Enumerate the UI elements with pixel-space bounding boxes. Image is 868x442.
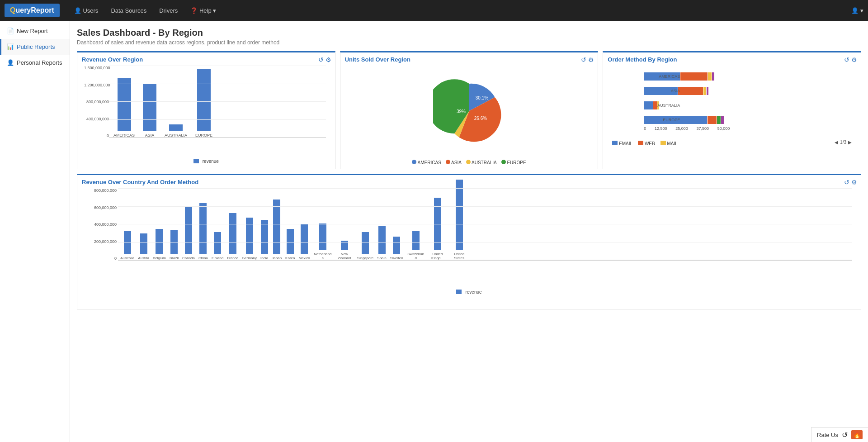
user-menu[interactable]: 👤 ▾ — [851, 7, 863, 14]
top-charts-row: Revenue Over Region ↺ ⚙ 1,600,000,000 1,… — [77, 51, 861, 169]
bottom-bar-area: Australia Austria Belgium Brazil — [118, 188, 852, 261]
hbar-europe: EUROPE — [644, 115, 852, 124]
pie-legend: AMERICAS ASIA AUSTRALIA EUROPE — [345, 160, 594, 165]
hbar-xaxis: 0 12,500 25,000 37,500 50,000 — [644, 126, 730, 131]
settings-icon[interactable]: ⚙ — [326, 56, 331, 63]
hbar-legend: EMAIL WEB MAIL — [612, 141, 677, 146]
pie-chart: 30.1% 26.6% 39% — [345, 66, 594, 156]
brand-r: Report — [31, 6, 54, 14]
hbar-americas-mail — [708, 72, 712, 81]
bar-country-india: India — [260, 220, 268, 260]
revenue-region-card: Revenue Over Region ↺ ⚙ 1,600,000,000 1,… — [77, 51, 335, 169]
brand-report: uery — [15, 6, 31, 14]
rate-us-bar: Rate Us ↺ 🔥 — [811, 427, 868, 442]
units-sold-icons: ↺ ⚙ — [581, 56, 594, 63]
revenue-country-title: Revenue Over Country And Order Method — [82, 179, 856, 185]
settings-icon-2[interactable]: ⚙ — [588, 56, 594, 63]
refresh-icon-3[interactable]: ↺ — [844, 56, 849, 63]
bar-americas: AMERICAS — [113, 78, 135, 138]
hbar-americas-other — [712, 72, 714, 81]
legend-australia-dot — [466, 160, 471, 164]
next-btn[interactable]: ▶ — [848, 140, 852, 145]
rate-us-icon[interactable]: ↺ — [842, 431, 848, 439]
sidebar-new-report-label: New Report — [17, 28, 48, 34]
bar-country-canada: Canada — [182, 206, 195, 260]
sidebar-public-reports-label: Public Reports — [17, 43, 55, 50]
bar-country-belgium: Belgium — [153, 229, 166, 260]
nav-drivers[interactable]: Drivers — [154, 5, 183, 17]
bar-country-unitedstates: United States — [450, 180, 468, 260]
order-method-icons: ↺ ⚙ — [844, 56, 857, 63]
pct-asia: 26.6% — [474, 116, 486, 121]
bar-country-unitedkingdom: United Kingd... — [429, 198, 447, 260]
file-icon: 📄 — [7, 28, 14, 34]
bar-europe: EUROPE — [195, 69, 212, 138]
settings-icon-4[interactable]: ⚙ — [851, 179, 857, 186]
bar-country-china: China — [198, 203, 208, 260]
brand-logo[interactable]: QueryReport — [5, 4, 60, 17]
page-indicator: 1/3 — [840, 140, 846, 145]
refresh-icon-2[interactable]: ↺ — [581, 56, 586, 63]
revenue-region-legend: revenue — [82, 159, 330, 164]
hbar-eur-mail — [717, 116, 721, 124]
bar-country-france: France — [227, 213, 238, 260]
chart-icon: 📊 — [7, 43, 14, 50]
sidebar-item-new-report[interactable]: 📄 New Report — [0, 23, 70, 39]
refresh-icon[interactable]: ↺ — [318, 56, 324, 63]
hbar-eur-other — [721, 116, 724, 124]
hbar-eur-web — [708, 116, 717, 124]
bar-americas-bar — [118, 78, 131, 131]
pie-svg: 30.1% 26.6% 39% — [433, 75, 505, 147]
sidebar-personal-reports-label: Personal Reports — [17, 59, 62, 66]
order-method-title: Order Method By Region — [608, 56, 856, 63]
legend-revenue2-color — [456, 290, 462, 294]
legend-americas-dot — [412, 160, 416, 164]
legend-revenue2-label: revenue — [465, 290, 481, 295]
pct-europe: 39% — [456, 109, 465, 114]
revenue-region-chart: 1,600,000,000 1,200,000,000 800,000,000 … — [82, 66, 330, 156]
revenue-region-title: Revenue Over Region — [82, 56, 330, 63]
prev-btn[interactable]: ◀ — [835, 140, 838, 145]
bar-asia: ASIA — [143, 84, 156, 138]
nav-help[interactable]: ❓ Help ▾ — [185, 5, 222, 17]
bar-country-newzealand: New Zealand — [335, 241, 354, 260]
nav-users[interactable]: 👤 Users — [69, 5, 104, 17]
bar-country-singapore: Singapore — [357, 232, 373, 260]
bar-country-switzerland: Switzerland — [407, 231, 425, 260]
rate-us-label: Rate Us — [817, 432, 838, 438]
legend-web-color — [638, 141, 643, 145]
rate-us-fire-icon[interactable]: 🔥 — [851, 430, 863, 439]
main-content: Sales Dashboard - By Region Dashboard of… — [70, 21, 868, 442]
nav-datasources[interactable]: Data Sources — [105, 5, 152, 17]
bottom-bar-chart: 800,000,000 600,000,000 400,000,000 200,… — [82, 188, 856, 288]
legend-mail-color — [660, 141, 666, 145]
refresh-icon-4[interactable]: ↺ — [844, 179, 849, 186]
bar-country-spain: Spain — [377, 226, 386, 260]
units-sold-title: Units Sold Over Region — [345, 56, 594, 63]
settings-icon-3[interactable]: ⚙ — [851, 56, 857, 63]
revenue-country-card: Revenue Over Country And Order Method ↺ … — [77, 174, 861, 309]
bar-country-netherlands: Netherlands — [314, 223, 332, 260]
hbar-asia: ASIA — [644, 86, 852, 95]
sidebar: 📄 New Report 📊 Public Reports 👤 Personal… — [0, 21, 70, 442]
hbar-chart: AMERICAS ASIA — [608, 67, 856, 135]
hbar-americas: AMERICAS — [644, 72, 852, 81]
person-icon: 👤 — [7, 59, 14, 66]
bar-country-brazil: Brazil — [170, 230, 179, 260]
hbar-australia: AUSTRALIA — [644, 101, 852, 110]
legend-revenue-label: revenue — [203, 159, 219, 164]
hbar-asia-mail — [703, 87, 706, 95]
nav-links: 👤 Users Data Sources Drivers ❓ Help ▾ — [69, 5, 852, 17]
legend-europe-dot — [501, 160, 506, 164]
bottom-y-labels: 800,000,000 600,000,000 400,000,000 200,… — [84, 188, 117, 261]
revenue-region-icons: ↺ ⚙ — [318, 56, 331, 63]
pagination: ◀ 1/3 ▶ — [835, 140, 852, 145]
y-axis-labels: 1,600,000,000 1,200,000,000 800,000,000 … — [84, 66, 109, 138]
sidebar-item-personal-reports[interactable]: 👤 Personal Reports — [0, 55, 70, 71]
bar-australia: AUSTRALIA — [165, 124, 187, 138]
sidebar-item-public-reports[interactable]: 📊 Public Reports — [0, 39, 70, 55]
bar-australia-bar — [169, 124, 183, 131]
bar-country-korea: Korea — [285, 229, 295, 260]
bar-country-sweden: Sweden — [390, 237, 403, 260]
legend-asia-dot — [446, 160, 450, 164]
